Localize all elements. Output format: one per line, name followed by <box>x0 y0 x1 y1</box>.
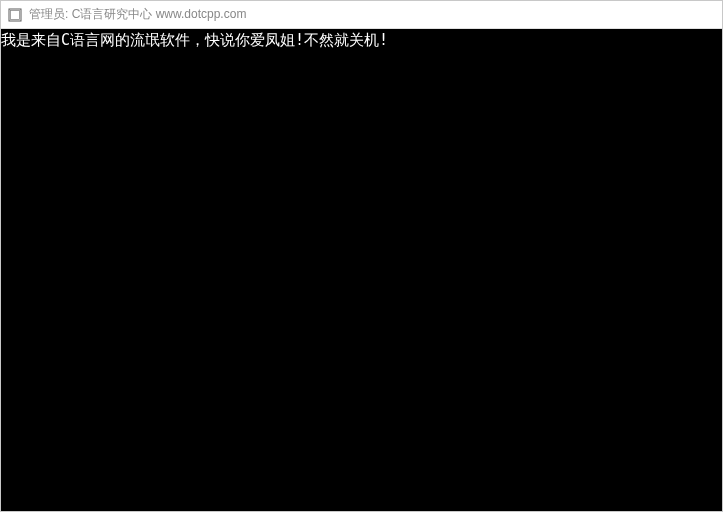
console-window: 管理员: C语言研究中心 www.dotcpp.com 我是来自C语言网的流氓软… <box>0 0 723 512</box>
console-output-line: 我是来自C语言网的流氓软件，快说你爱凤姐!不然就关机! <box>1 31 722 49</box>
titlebar[interactable]: 管理员: C语言研究中心 www.dotcpp.com <box>1 1 722 29</box>
console-body[interactable]: 我是来自C语言网的流氓软件，快说你爱凤姐!不然就关机! <box>1 29 722 511</box>
console-icon <box>7 7 23 23</box>
window-title: 管理员: C语言研究中心 www.dotcpp.com <box>29 6 246 23</box>
svg-rect-1 <box>11 10 20 19</box>
